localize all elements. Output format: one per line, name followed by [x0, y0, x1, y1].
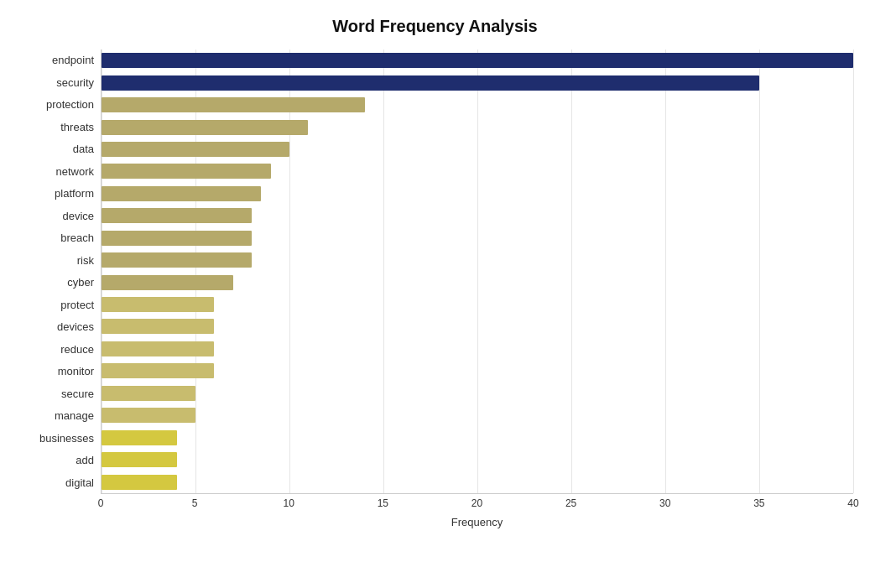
bar	[102, 408, 195, 423]
y-label: device	[62, 206, 94, 226]
y-label: manage	[55, 406, 94, 426]
bar-row	[102, 340, 853, 358]
bar-row	[102, 229, 853, 247]
bar	[102, 164, 271, 179]
y-label: breach	[60, 228, 94, 248]
bar	[102, 142, 289, 157]
bar-row	[102, 140, 853, 159]
y-label: add	[76, 450, 94, 471]
bar	[102, 319, 214, 334]
y-label: protection	[46, 95, 94, 115]
bar	[102, 208, 252, 223]
bar-row	[102, 295, 853, 314]
x-axis-title: Frequency	[101, 516, 853, 528]
y-label: platform	[55, 184, 94, 204]
bar-row	[102, 450, 853, 469]
bar	[102, 363, 214, 378]
y-label: protect	[60, 295, 94, 315]
y-label: threats	[60, 117, 94, 138]
bar-row	[102, 384, 853, 403]
bar	[102, 186, 261, 201]
plot-area	[101, 49, 853, 494]
y-label: data	[73, 139, 94, 159]
y-label: security	[56, 73, 94, 93]
bar-row	[102, 406, 853, 424]
bar-row	[102, 473, 853, 492]
chart-container: Word Frequency Analysis endpointsecurity…	[0, 0, 870, 588]
y-label: cyber	[67, 273, 94, 293]
bar-row	[102, 317, 853, 336]
bar	[102, 75, 759, 91]
y-axis: endpointsecurityprotectionthreatsdatanet…	[17, 49, 101, 494]
bar	[102, 53, 853, 68]
bar-row	[102, 162, 853, 180]
bar	[102, 386, 195, 401]
chart-title: Word Frequency Analysis	[17, 17, 853, 36]
bar	[102, 252, 252, 268]
y-label: endpoint	[52, 50, 94, 70]
x-axis-tick-label: 40	[847, 497, 858, 509]
bar-row	[102, 273, 853, 292]
y-label: reduce	[60, 340, 94, 360]
y-label: risk	[77, 251, 94, 271]
x-axis-tick-label: 5	[192, 497, 198, 509]
y-label: network	[55, 162, 94, 182]
x-axis-tick-label: 20	[471, 497, 482, 509]
grid-line	[853, 49, 854, 493]
bar	[102, 475, 177, 490]
bar	[102, 275, 233, 290]
y-label: monitor	[58, 362, 94, 382]
bar-row	[102, 118, 853, 137]
bar-row	[102, 251, 853, 269]
bar-row	[102, 96, 853, 114]
y-label: secure	[61, 384, 94, 404]
x-axis-tick-label: 30	[659, 497, 670, 509]
bar-row	[102, 362, 853, 380]
bar	[102, 120, 308, 135]
bar	[102, 97, 365, 112]
y-label: businesses	[39, 429, 94, 449]
x-axis-tick-label: 10	[284, 497, 294, 509]
y-label: digital	[65, 473, 94, 493]
bar-row	[102, 206, 853, 225]
bar-row	[102, 51, 853, 70]
bar-row	[102, 74, 853, 92]
x-axis-tick-label: 25	[565, 497, 576, 509]
bar-row	[102, 429, 853, 447]
bar-row	[102, 185, 853, 203]
bar	[102, 297, 214, 312]
bar	[102, 452, 177, 467]
x-axis-tick-label: 0	[98, 497, 104, 509]
bar	[102, 231, 252, 246]
x-axis-tick-label: 15	[378, 497, 388, 509]
bar	[102, 341, 214, 356]
y-label: devices	[57, 317, 94, 337]
bar	[102, 430, 177, 445]
x-axis-tick-label: 35	[753, 497, 764, 509]
